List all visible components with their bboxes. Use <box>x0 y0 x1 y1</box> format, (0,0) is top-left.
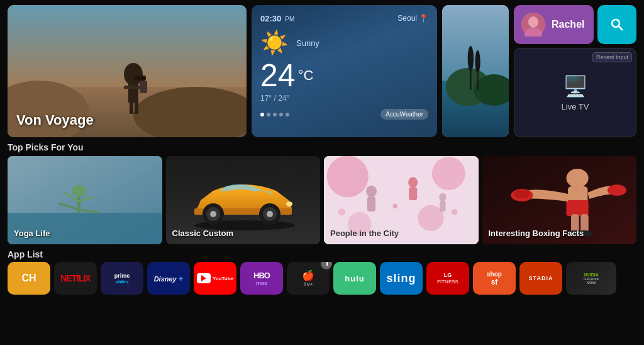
avatar <box>521 13 545 37</box>
weather-temperature: 24 <box>260 60 296 91</box>
svg-rect-55 <box>440 201 445 212</box>
profile-card[interactable]: Rachel <box>514 5 594 44</box>
app-netflix[interactable]: NETfLIX <box>54 262 97 295</box>
dot-5 <box>286 113 289 116</box>
play-pause-badge: ⏸ <box>321 262 332 269</box>
svg-point-50 <box>366 185 377 197</box>
svg-point-69 <box>514 189 530 198</box>
svg-rect-51 <box>367 196 375 212</box>
youtube-label: YouTube <box>197 273 233 283</box>
svg-point-58 <box>338 208 345 215</box>
car-svg <box>185 169 301 232</box>
app-shopsf[interactable]: shop sf <box>473 262 516 295</box>
app-appletv[interactable]: 🍎 TV+ ⏸ <box>287 262 330 295</box>
svg-point-24 <box>612 20 619 27</box>
live-tv-label: Live TV <box>562 102 589 111</box>
weather-range: 17° / 24° <box>260 94 428 103</box>
svg-point-39 <box>210 211 216 217</box>
nvidia-label: NVIDIA GeForce NOW <box>582 271 600 286</box>
shop-label: shop sf <box>487 271 502 286</box>
svg-point-46 <box>327 156 369 197</box>
right-cards: Rachel Recent Input 🖥️ Live TV <box>514 5 636 137</box>
svg-point-22 <box>528 16 538 28</box>
profile-name: Rachel <box>552 19 584 30</box>
tv-icon: 🖥️ <box>563 74 588 98</box>
svg-point-52 <box>408 177 418 188</box>
weather-time: 02:30 <box>260 14 281 23</box>
svg-rect-62 <box>566 200 588 216</box>
pick-title-boxing: Interesting Boxing Facts <box>489 229 584 238</box>
app-prime[interactable]: prime video <box>101 262 143 295</box>
app-nvidia[interactable]: NVIDIA GeForce NOW <box>566 262 616 295</box>
top-row: Von Voyage 02:30 PM Seoul 📍 ☀️ Sunny 24 <box>8 5 636 137</box>
profile-search-row: Rachel <box>514 5 636 44</box>
app-lgfitness[interactable]: LG FITNESS <box>426 262 469 295</box>
svg-point-47 <box>432 157 465 190</box>
weather-card: 02:30 PM Seoul 📍 ☀️ Sunny 24 °C 17° / 24… <box>252 5 437 137</box>
hbo-label: HBO max <box>253 271 270 286</box>
app-hbo[interactable]: HBO max <box>240 262 283 295</box>
weather-unit: °C <box>298 67 314 84</box>
dot-3 <box>273 113 277 116</box>
top-picks-label: Top Picks For You <box>8 142 636 152</box>
live-tv-card[interactable]: Recent Input 🖥️ Live TV <box>514 48 636 137</box>
pick-car[interactable]: Classic Custom <box>166 156 321 244</box>
weather-period: PM <box>285 16 294 23</box>
svg-point-60 <box>566 169 588 188</box>
app-list-section: App List CH NETfLIX prime video Disney <box>8 248 636 340</box>
app-disney[interactable]: Disney + <box>147 262 190 295</box>
weather-condition: Sunny <box>296 38 319 48</box>
apps-row: CH NETfLIX prime video Disney + <box>8 262 636 295</box>
pick-title-yoga: Yoga Life <box>14 229 50 238</box>
picks-row: Yoga Life <box>8 156 636 244</box>
dot-1 <box>260 113 264 116</box>
pick-yoga[interactable]: Yoga Life <box>8 156 162 244</box>
svg-line-25 <box>619 26 623 31</box>
pick-boxing[interactable]: Interesting Boxing Facts <box>482 156 637 244</box>
weather-location: Seoul 📍 <box>397 14 428 23</box>
svg-point-56 <box>393 204 398 209</box>
netflix-label: NETfLIX <box>60 273 90 283</box>
recent-input-badge: Recent Input <box>592 52 632 62</box>
appletv-label: 🍎 TV+ <box>302 269 314 287</box>
svg-rect-20 <box>442 5 509 137</box>
weather-footer: AccuWeather <box>260 109 428 120</box>
svg-point-42 <box>267 211 273 217</box>
svg-rect-53 <box>409 187 417 200</box>
app-hulu[interactable]: hulu <box>333 262 376 295</box>
pick-city[interactable]: People in the City <box>324 156 479 244</box>
sling-label: sling <box>386 272 416 285</box>
app-list-label: App List <box>8 249 636 259</box>
dot-2 <box>267 113 270 116</box>
svg-point-43 <box>286 201 292 206</box>
weather-pagination-dots <box>260 113 289 116</box>
svg-point-54 <box>439 193 446 201</box>
app-stadia[interactable]: STADIA <box>519 262 562 295</box>
lgfitness-label: LG FITNESS <box>437 272 458 285</box>
sun-icon: ☀️ <box>260 30 289 56</box>
weather-icon-area: ☀️ Sunny <box>260 30 428 56</box>
pick-title-city: People in the City <box>330 229 399 238</box>
landscape-card <box>442 5 509 137</box>
app-sling[interactable]: sling <box>380 262 423 295</box>
accu-weather-button[interactable]: AccuWeather <box>380 109 428 120</box>
main-container: Von Voyage 02:30 PM Seoul 📍 ☀️ Sunny 24 <box>0 0 644 345</box>
hulu-label: hulu <box>345 274 364 283</box>
avatar-image <box>521 13 545 37</box>
dot-4 <box>279 113 283 116</box>
location-pin-icon: 📍 <box>419 14 428 23</box>
landscape-scene <box>442 5 509 137</box>
prime-label: prime video <box>114 273 130 285</box>
weather-time-display: 02:30 PM <box>260 14 294 23</box>
stadia-label: STADIA <box>529 275 553 281</box>
pick-title-car: Classic Custom <box>172 229 234 238</box>
app-ch[interactable]: CH <box>8 262 50 295</box>
search-button-card[interactable] <box>597 5 636 44</box>
weather-top: 02:30 PM Seoul 📍 <box>260 14 428 23</box>
top-picks-section: Top Picks For You <box>8 141 636 152</box>
search-icon <box>609 17 625 32</box>
svg-point-57 <box>452 209 457 215</box>
hero-title: Von Voyage <box>16 112 94 128</box>
app-youtube[interactable]: YouTube <box>194 262 236 295</box>
hero-card[interactable]: Von Voyage <box>8 5 247 137</box>
